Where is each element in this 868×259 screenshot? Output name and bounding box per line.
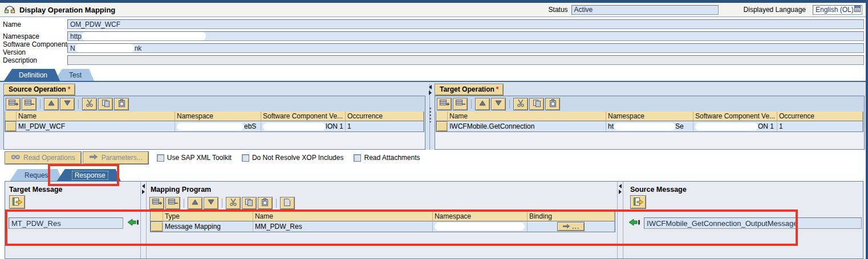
copy-icon [102,99,110,109]
displayed-language-label: Displayed Language [744,6,806,14]
read-operations-button[interactable]: Read Operations [5,151,82,165]
tab-response[interactable]: Response [57,169,121,181]
software-component-version-label: Software Component Version [0,40,67,56]
insert-row-button[interactable] [6,98,21,110]
paste-button[interactable] [114,98,129,110]
target-mapping-splitter[interactable] [140,182,147,258]
column-header-namespace[interactable]: Namespace [175,112,261,121]
column-header-name[interactable]: Name [448,112,606,121]
mapping-source-splitter[interactable] [617,182,623,258]
collapse-right-icon[interactable] [142,190,145,194]
arrow-right-icon [562,223,570,231]
software-component-version-field[interactable]: N nk [67,43,864,53]
document-icon [283,198,291,208]
redaction-blob [75,44,135,52]
checkbox-use-sap-xml-toolkit[interactable]: Use SAP XML Toolkit [157,154,232,162]
redaction-blob [435,223,525,231]
source-operation-table: Name Namespace Software Component Ve... … [5,112,424,132]
checkbox-read-attachments[interactable]: Read Attachments [354,154,420,162]
move-down-button[interactable] [204,197,218,209]
language-select[interactable]: English (OL) [813,5,862,15]
collapse-left-icon[interactable] [429,85,432,89]
target-message-panel: Target Message MT_PDW_Res [5,182,140,258]
column-header-binding[interactable]: Binding [528,212,615,221]
insert-row-button[interactable] [149,197,164,209]
cell-occurrence: 1 [777,121,863,131]
target-operation-toolbar [435,96,864,112]
name-field[interactable]: OM_PDW_WCF [67,19,864,29]
definition-content: Source Operation* Name [0,82,868,150]
column-header-type[interactable]: Type [163,212,253,221]
operation-panels-splitter[interactable] [425,84,435,150]
form-row-name: Name OM_PDW_WCF [0,18,868,30]
splitter-grip[interactable] [429,108,431,122]
collapse-right-icon[interactable] [429,91,432,95]
tab-request[interactable]: Request [10,169,63,181]
row-selector[interactable] [5,121,17,131]
delete-row-button[interactable] [165,197,180,209]
column-header-scv[interactable]: Software Component Ve... [261,112,346,121]
status-field[interactable]: Active [571,5,719,15]
scissors-icon [517,99,525,109]
copy-message-icon [632,197,644,208]
tab-test[interactable]: Test [54,69,94,81]
move-up-button[interactable] [44,98,59,110]
cell-namespace: ebS [175,121,261,131]
copy-target-message-button[interactable] [9,195,25,209]
cell-scv: ION 1 [261,121,346,131]
collapse-left-icon[interactable] [619,184,622,188]
target-operation-title: Target Operation* [435,84,504,96]
redaction-blob [695,123,758,130]
options-checkboxes: Use SAP XML Toolkit Do Not Resolve XOP I… [157,154,420,162]
source-message-field[interactable]: IWCFMobile_GetConnection_OutputMessage [644,217,862,229]
paste-icon [549,99,557,109]
copy-button[interactable] [242,197,257,209]
column-header-name[interactable]: Name [17,112,175,121]
column-header-namespace[interactable]: Namespace [433,212,528,221]
copy-button[interactable] [529,98,544,110]
column-header-name[interactable]: Name [253,212,433,221]
column-header-occurrence[interactable]: Occurrence [346,112,424,121]
move-up-button[interactable] [475,98,490,110]
collapse-right-icon[interactable] [619,190,622,194]
form-row-scv: Software Component Version N nk [0,42,868,54]
cut-button[interactable] [82,98,97,110]
target-operation-groupbox: Name Namespace Software Component Ve... … [435,96,865,150]
navigate-left-green-arrow-icon[interactable] [628,219,640,228]
cut-button[interactable] [226,197,241,209]
paste-button[interactable] [258,197,273,209]
namespace-field[interactable]: http [67,31,864,41]
copy-button[interactable] [98,98,113,110]
copy-source-message-button[interactable] [630,195,646,209]
move-down-button[interactable] [60,98,75,110]
target-message-field[interactable]: MT_PDW_Res [9,217,123,229]
move-up-button[interactable] [188,197,202,209]
insert-row-button[interactable] [437,98,452,110]
description-label: Description [0,56,67,64]
delete-row-icon [455,98,465,109]
checkbox-icon[interactable] [157,154,164,162]
row-selector[interactable] [436,121,448,131]
checkbox-icon[interactable] [242,154,249,162]
arrow-down-icon [494,100,502,108]
binding-button[interactable]: ... [557,222,585,231]
navigate-left-green-arrow-icon[interactable] [127,219,139,228]
new-document-button[interactable] [280,197,295,209]
tab-definition[interactable]: Definition [4,69,60,81]
cut-button[interactable] [513,98,528,110]
column-header-occurrence[interactable]: Occurrence [777,112,863,121]
response-mapping-container: Target Message MT_PDW_Res Mapping Progra… [5,181,863,259]
language-matchcode-icon[interactable] [854,5,861,14]
paste-button[interactable] [545,98,560,110]
collapse-left-icon[interactable] [142,184,145,188]
description-field[interactable] [67,55,864,65]
row-selector[interactable] [151,221,163,232]
column-header-scv[interactable]: Software Component Ve... [693,112,777,121]
column-header-namespace[interactable]: Namespace [606,112,693,121]
checkbox-icon[interactable] [354,154,361,162]
parameters-button[interactable]: Parameters... [83,151,149,165]
move-down-button[interactable] [491,98,506,110]
delete-row-button[interactable] [453,98,468,110]
delete-row-button[interactable] [22,98,36,110]
checkbox-do-not-resolve-xop[interactable]: Do Not Resolve XOP Includes [242,154,344,162]
